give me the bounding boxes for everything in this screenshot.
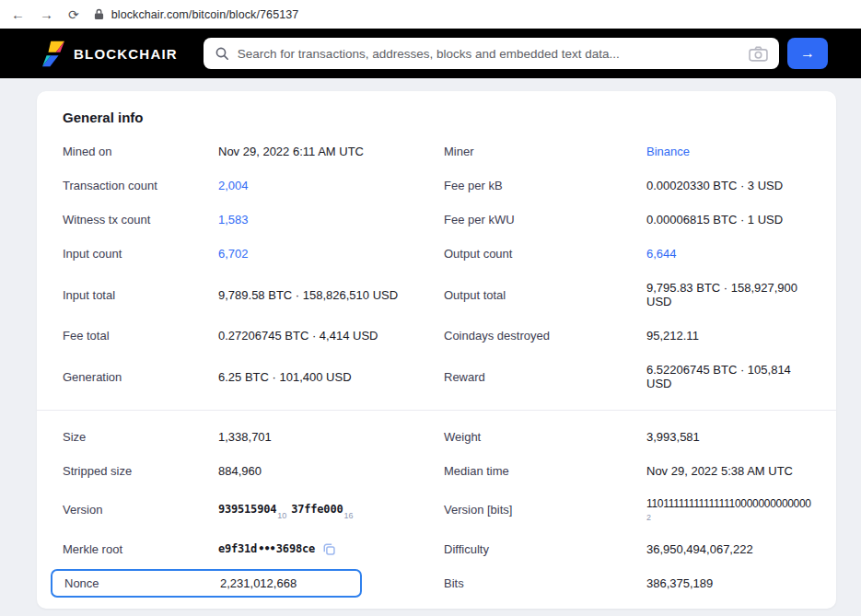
label-input-total: Input total	[63, 278, 218, 312]
value-size: 1,338,701	[218, 420, 444, 454]
label-difficulty: Difficulty	[444, 532, 646, 566]
value-fee-per-kb: 0.00020330 BTC · 3 USD	[646, 169, 812, 203]
label-median-time: Median time	[444, 454, 646, 488]
version-decimal: 939515904	[218, 503, 276, 516]
value-transaction-count-link[interactable]: 2,004	[218, 169, 444, 203]
search-icon	[215, 46, 229, 61]
label-coindays-destroyed: Coindays destroyed	[444, 319, 646, 353]
value-input-count-link[interactable]: 6,702	[218, 237, 444, 271]
info-grid-top: Mined on Nov 29, 2022 6:11 AM UTC Miner …	[63, 134, 812, 401]
value-miner-link[interactable]: Binance	[646, 134, 812, 169]
page-body: General info Mined on Nov 29, 2022 6:11 …	[0, 78, 861, 609]
version-bits-binary: 110111111111111110000000000000	[646, 497, 811, 510]
label-input-count: Input count	[63, 237, 218, 271]
section-title: General info	[63, 110, 812, 125]
value-nonce: 2,231,012,668	[220, 574, 297, 593]
version-hex-base: 16	[343, 511, 353, 520]
value-difficulty: 36,950,494,067,222	[646, 532, 812, 566]
value-fee-total: 0.27206745 BTC · 4,414 USD	[218, 319, 444, 353]
value-chainwork: 000000•••bd0142	[218, 600, 444, 610]
label-chainwork: Chainwork	[63, 600, 218, 610]
label-miner: Miner	[444, 134, 646, 169]
label-transaction-count: Transaction count	[63, 169, 218, 203]
copy-icon[interactable]	[322, 542, 336, 556]
lock-icon	[94, 8, 104, 20]
label-witness-tx-count: Witness tx count	[63, 203, 218, 237]
version-decimal-base: 10	[277, 511, 286, 520]
merkle-root-end: 3698ce	[276, 542, 315, 555]
label-merkle-root: Merkle root	[63, 532, 218, 566]
label-fee-per-kb: Fee per kB	[444, 169, 646, 203]
blockchair-logo-icon	[42, 41, 64, 67]
address-bar[interactable]: blockchair.com/bitcoin/block/765137	[94, 8, 299, 21]
browser-chrome: ← → ⟳ blockchair.com/bitcoin/block/76513…	[0, 0, 861, 29]
value-bits: 386,375,189	[646, 566, 812, 600]
value-mined-on: Nov 29, 2022 6:11 AM UTC	[218, 134, 444, 169]
arrow-right-icon: →	[800, 45, 815, 62]
forward-icon[interactable]: →	[40, 7, 53, 21]
label-version-bits: Version [bits]	[444, 493, 646, 527]
value-median-time: Nov 29, 2022 5:38 AM UTC	[646, 454, 812, 488]
reload-icon[interactable]: ⟳	[68, 8, 79, 21]
url-text: blockchair.com/bitcoin/block/765137	[111, 8, 299, 21]
value-input-total: 9,789.58 BTC · 158,826,510 USD	[218, 278, 444, 312]
site-header: BLOCKCHAIR →	[0, 29, 861, 78]
label-stripped-size: Stripped size	[63, 454, 218, 488]
version-bits-base: 2	[646, 512, 836, 525]
value-merkle-root: e9f31d•••3698ce	[218, 532, 444, 566]
value-output-count-link[interactable]: 6,644	[646, 237, 812, 271]
label-bits: Bits	[444, 566, 646, 600]
search-bar	[204, 38, 779, 69]
label-mined-on: Mined on	[63, 134, 218, 169]
value-witness-tx-count-link[interactable]: 1,583	[218, 203, 444, 237]
brand-name: BLOCKCHAIR	[74, 46, 178, 62]
merkle-root-start: e9f31d	[218, 542, 257, 555]
nonce-highlight-box: Nonce 2,231,012,668	[51, 569, 362, 598]
info-grid-bottom: Size 1,338,701 Weight 3,993,581 Stripped…	[63, 420, 812, 609]
merkle-root-ellipsis: •••	[258, 542, 275, 555]
back-icon[interactable]: ←	[11, 7, 25, 21]
label-output-total: Output total	[444, 278, 646, 312]
label-fee-total: Fee total	[63, 319, 218, 353]
value-output-total: 9,795.83 BTC · 158,927,900 USD	[646, 271, 812, 319]
value-coindays-destroyed: 95,212.11	[646, 319, 812, 353]
label-weight: Weight	[444, 420, 646, 454]
label-fee-per-kwu: Fee per kWU	[444, 203, 646, 237]
label-nonce: Nonce	[64, 574, 220, 593]
value-version-bits: 1101111111111111100000000000002	[646, 488, 836, 532]
label-reward: Reward	[444, 360, 646, 394]
label-generation: Generation	[63, 360, 218, 394]
empty-cell	[444, 607, 646, 609]
version-hex: 37ffe000	[291, 503, 343, 516]
search-submit-button[interactable]: →	[787, 38, 828, 69]
empty-cell	[646, 607, 812, 609]
value-reward: 6.52206745 BTC · 105,814 USD	[646, 353, 812, 401]
value-generation: 6.25 BTC · 101,400 USD	[218, 360, 444, 394]
value-stripped-size: 884,960	[218, 454, 444, 488]
value-weight: 3,993,581	[646, 420, 812, 454]
section-divider	[37, 410, 836, 411]
value-version: 9395159041037ffe00016	[218, 492, 444, 529]
blockchair-home-link[interactable]: BLOCKCHAIR	[42, 41, 178, 67]
label-version: Version	[63, 493, 218, 527]
camera-icon[interactable]	[749, 46, 768, 62]
label-size: Size	[63, 420, 218, 454]
general-info-card: General info Mined on Nov 29, 2022 6:11 …	[37, 91, 836, 609]
value-fee-per-kwu: 0.00006815 BTC · 1 USD	[646, 203, 812, 237]
search-input[interactable]	[238, 47, 740, 61]
label-output-count: Output count	[444, 237, 646, 271]
